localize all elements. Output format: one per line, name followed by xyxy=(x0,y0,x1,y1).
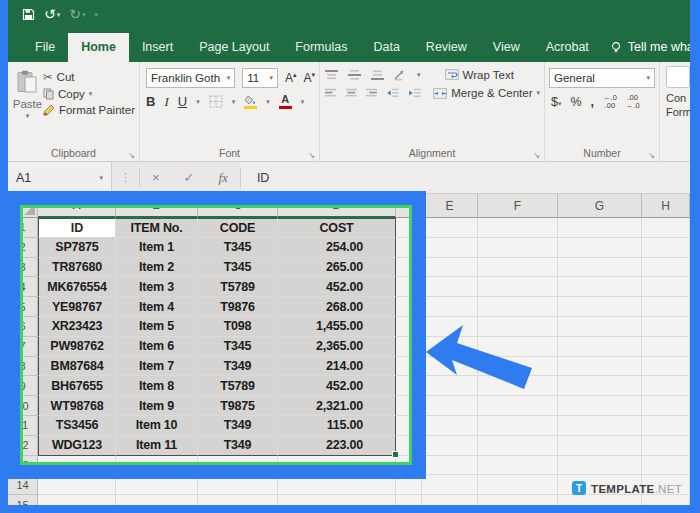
fill-color-button[interactable] xyxy=(244,95,257,109)
cell-empty[interactable] xyxy=(422,238,478,258)
cell-empty[interactable] xyxy=(396,218,422,238)
row-header-3[interactable]: 3 xyxy=(8,258,38,278)
cell-empty[interactable] xyxy=(278,475,396,495)
cell-empty[interactable] xyxy=(422,258,478,278)
cell-C12[interactable]: T349 xyxy=(198,436,278,456)
cell-empty[interactable] xyxy=(642,337,690,357)
cell-empty[interactable] xyxy=(478,456,558,476)
cell-empty[interactable] xyxy=(642,456,690,476)
cell-C3[interactable]: T345 xyxy=(198,258,278,278)
cell-empty[interactable] xyxy=(422,475,478,495)
cell-B9[interactable]: Item 8 xyxy=(116,376,198,396)
column-header-gutter[interactable] xyxy=(396,194,422,218)
cell-A11[interactable]: TS3456 xyxy=(38,416,116,436)
cell-empty[interactable] xyxy=(396,495,422,505)
cell-empty[interactable] xyxy=(38,456,116,476)
tab-review[interactable]: Review xyxy=(413,33,480,62)
column-header-D[interactable]: D xyxy=(278,194,396,218)
cell-empty[interactable] xyxy=(478,297,558,317)
column-header-B[interactable]: B xyxy=(116,194,198,218)
row-header-14[interactable]: 14 xyxy=(8,475,38,495)
cell-D7[interactable]: 2,365.00 xyxy=(278,337,396,357)
formula-input[interactable]: ID xyxy=(241,162,690,193)
tell-me-box[interactable]: Tell me what yo xyxy=(602,33,690,62)
select-all-button[interactable] xyxy=(8,194,38,218)
font-name-combo[interactable]: Franklin Goth▾ xyxy=(146,68,235,88)
font-color-button[interactable]: A xyxy=(279,94,292,109)
tab-view[interactable]: View xyxy=(480,33,533,62)
decrease-decimal-icon[interactable]: .00→.0 xyxy=(626,94,640,111)
cell-empty[interactable] xyxy=(422,376,478,396)
cell-empty[interactable] xyxy=(422,277,478,297)
cell-empty[interactable] xyxy=(396,475,422,495)
cell-empty[interactable] xyxy=(422,396,478,416)
cell-empty[interactable] xyxy=(642,436,690,456)
font-size-combo[interactable]: 11▾ xyxy=(242,68,278,88)
copy-button[interactable]: Copy▾ xyxy=(43,88,135,100)
tab-page-layout[interactable]: Page Layout xyxy=(186,33,282,62)
row-header-8[interactable]: 8 xyxy=(8,357,38,377)
cell-empty[interactable] xyxy=(396,297,422,317)
cell-empty[interactable] xyxy=(396,416,422,436)
underline-caret-icon[interactable]: ▾ xyxy=(196,98,200,106)
tab-home[interactable]: Home xyxy=(68,33,129,62)
borders-icon[interactable] xyxy=(209,95,223,108)
cell-B7[interactable]: Item 6 xyxy=(116,337,198,357)
cell-C9[interactable]: T5789 xyxy=(198,376,278,396)
cell-empty[interactable] xyxy=(396,396,422,416)
cell-empty[interactable] xyxy=(558,337,642,357)
cell-empty[interactable] xyxy=(558,396,642,416)
cell-C8[interactable]: T349 xyxy=(198,357,278,377)
cell-D11[interactable]: 115.00 xyxy=(278,416,396,436)
column-header-H[interactable]: H xyxy=(642,194,690,218)
row-header-5[interactable]: 5 xyxy=(8,297,38,317)
cell-A3[interactable]: TR87680 xyxy=(38,258,116,278)
cell-empty[interactable] xyxy=(558,436,642,456)
cell-empty[interactable] xyxy=(396,436,422,456)
cell-empty[interactable] xyxy=(478,396,558,416)
cell-empty[interactable] xyxy=(478,416,558,436)
column-header-G[interactable]: G xyxy=(558,194,642,218)
number-dialog-launcher-icon[interactable]: ↘ xyxy=(648,151,655,160)
align-left-icon[interactable] xyxy=(324,87,337,99)
cell-empty[interactable] xyxy=(642,238,690,258)
format-painter-button[interactable]: Format Painter xyxy=(43,104,135,116)
cell-empty[interactable] xyxy=(558,416,642,436)
cell-empty[interactable] xyxy=(642,376,690,396)
cell-D2[interactable]: 254.00 xyxy=(278,238,396,258)
wrap-text-button[interactable]: Wrap Text xyxy=(445,69,514,81)
cell-empty[interactable] xyxy=(558,218,642,238)
paste-caret-icon[interactable]: ▾ xyxy=(26,112,30,120)
cell-empty[interactable] xyxy=(478,258,558,278)
save-icon[interactable] xyxy=(22,8,35,21)
cell-empty[interactable] xyxy=(38,475,116,495)
top-align-icon[interactable] xyxy=(324,69,339,81)
cell-empty[interactable] xyxy=(396,277,422,297)
cell-empty[interactable] xyxy=(478,317,558,337)
cell-empty[interactable] xyxy=(478,238,558,258)
paste-button[interactable]: Paste ▾ xyxy=(12,68,43,159)
align-center-icon[interactable] xyxy=(345,87,358,99)
cell-empty[interactable] xyxy=(478,475,558,495)
cell-B2[interactable]: Item 1 xyxy=(116,238,198,258)
cell-empty[interactable] xyxy=(558,357,642,377)
cell-empty[interactable] xyxy=(396,258,422,278)
cell-B11[interactable]: Item 10 xyxy=(116,416,198,436)
comma-style-button[interactable]: , xyxy=(591,95,594,109)
cell-empty[interactable] xyxy=(198,475,278,495)
cell-empty[interactable] xyxy=(422,337,478,357)
cell-empty[interactable] xyxy=(396,238,422,258)
row-header-10[interactable]: 10 xyxy=(8,396,38,416)
cell-empty[interactable] xyxy=(642,277,690,297)
cell-empty[interactable] xyxy=(116,475,198,495)
cell-A5[interactable]: YE98767 xyxy=(38,297,116,317)
cell-empty[interactable] xyxy=(422,357,478,377)
cell-A2[interactable]: SP7875 xyxy=(38,238,116,258)
cell-empty[interactable] xyxy=(642,218,690,238)
decrease-indent-icon[interactable] xyxy=(386,87,400,99)
cell-empty[interactable] xyxy=(396,456,422,476)
cell-empty[interactable] xyxy=(422,436,478,456)
column-header-A[interactable]: A xyxy=(38,194,116,218)
cell-A7[interactable]: PW98762 xyxy=(38,337,116,357)
cell-empty[interactable] xyxy=(198,456,278,476)
